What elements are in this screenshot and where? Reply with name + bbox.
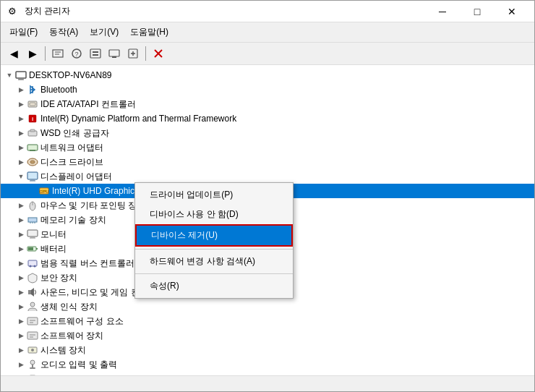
tree-label-bluetooth: Bluetooth [40, 85, 77, 95]
expand-sw-devices[interactable]: ▶ [15, 330, 27, 341]
expand-root[interactable]: ▼ [4, 69, 15, 81]
back-button[interactable]: ◀ [5, 45, 22, 62]
expand-intel[interactable]: ▶ [15, 113, 27, 124]
tree-item-display[interactable]: ▼ 디스플레이 어댑터 [1, 169, 534, 184]
tree-label-mouse: 마우스 및 기타 포인팅 장치 [40, 200, 145, 212]
ctx-driver-update[interactable]: 드라이버 업데이트(P) [135, 185, 293, 205]
expand-audio-io[interactable]: ▶ [15, 359, 27, 370]
ctx-properties[interactable]: 속성(R) [135, 276, 293, 296]
context-menu: 드라이버 업데이트(P) 디바이스 사용 안 함(D) 디바이스 제거(U) 하… [134, 182, 294, 299]
device-tree[interactable]: ▼ DESKTOP-NV6AN89 ▶ Bluetooth ▶ [1, 65, 534, 375]
svg-rect-44 [27, 230, 38, 237]
expand-network[interactable]: ▶ [15, 142, 27, 153]
maximize-button[interactable]: □ [461, 1, 494, 22]
icon-audio-io [27, 359, 38, 370]
expand-disks[interactable]: ▶ [15, 156, 27, 168]
tree-item-network[interactable]: ▶ 네트워크 어댑터 [1, 140, 534, 155]
expand-system[interactable]: ▶ [15, 344, 27, 356]
tree-label-intel-platform: Intel(R) Dynamic Platform and Thermal Fr… [40, 114, 236, 124]
expand-battery[interactable]: ▶ [15, 243, 27, 255]
title-bar-left: ⚙ 장치 관리자 [7, 5, 70, 17]
icon-mouse [27, 200, 38, 211]
icon-battery [27, 243, 38, 255]
menu-view[interactable]: 보기(V) [84, 24, 124, 41]
svg-text:i: i [32, 116, 33, 122]
menu-file[interactable]: 파일(F) [4, 24, 43, 41]
svg-rect-16 [16, 72, 26, 78]
icon-bus [27, 257, 38, 269]
svg-rect-50 [28, 260, 37, 266]
svg-rect-8 [109, 50, 119, 56]
svg-point-62 [31, 349, 34, 351]
ctx-hardware-scan[interactable]: 하드웨어 변경 사항 검색(A) [135, 252, 293, 271]
tree-item-system[interactable]: ▶ 시스템 장치 [1, 343, 534, 357]
tree-item-biometric[interactable]: ▶ 생체 인식 장치 [1, 299, 534, 314]
toolbar-btn3[interactable] [49, 45, 67, 62]
svg-rect-48 [36, 248, 38, 250]
expand-bluetooth[interactable]: ▶ [15, 84, 27, 95]
expand-sw-components[interactable]: ▶ [15, 315, 27, 327]
icon-print [27, 373, 38, 375]
menu-help[interactable]: 도움말(H) [124, 24, 174, 41]
ctx-sep-1 [135, 249, 293, 250]
tree-label-display: 디스플레이 어댑터 [40, 171, 112, 183]
tree-label-network: 네트워크 어댑터 [40, 142, 103, 154]
tree-label-ide: IDE ATA/ATAPI 컨트롤러 [40, 98, 136, 111]
toolbar-btn5[interactable] [87, 45, 104, 62]
expand-ide[interactable]: ▶ [15, 98, 27, 110]
menu-action[interactable]: 동작(A) [43, 24, 84, 41]
ctx-device-remove[interactable]: 디바이스 제거(U) [135, 224, 293, 247]
icon-security [27, 272, 38, 284]
tree-label-battery: 배터리 [40, 243, 67, 255]
tree-item-ide[interactable]: ▶ IDE ATA/ATAPI 컨트롤러 [1, 97, 534, 111]
tree-item-root[interactable]: ▼ DESKTOP-NV6AN89 [1, 68, 534, 82]
svg-point-31 [30, 161, 35, 163]
minimize-button[interactable]: ─ [426, 1, 459, 22]
tree-item-disks[interactable]: ▶ 디스크 드라이브 [1, 155, 534, 169]
svg-rect-49 [28, 247, 33, 250]
tree-item-sw-components[interactable]: ▶ 소프트웨어 구성 요소 [1, 314, 534, 328]
tree-item-wsd[interactable]: ▶ WSD 인쇄 공급자 [1, 126, 534, 140]
icon-intel-uhd: GPU [38, 185, 50, 197]
icon-wsd [27, 127, 38, 139]
toolbar-btn4[interactable]: ? [68, 45, 85, 62]
expand-display[interactable]: ▼ [15, 171, 27, 182]
icon-memory [27, 214, 38, 226]
icon-bluetooth [27, 84, 38, 95]
svg-point-52 [34, 265, 36, 268]
icon-root [15, 69, 27, 81]
toolbar-separator-1 [45, 46, 46, 61]
forward-button[interactable]: ▶ [24, 45, 41, 62]
expand-wsd[interactable]: ▶ [15, 127, 27, 139]
toolbar-btn7[interactable] [124, 45, 142, 62]
tree-label-disks: 디스크 드라이브 [40, 156, 103, 169]
toolbar-btn6[interactable] [106, 45, 123, 62]
tree-label-biometric: 생체 인식 장치 [40, 301, 98, 313]
svg-rect-40 [28, 218, 37, 222]
expand-security[interactable]: ▶ [15, 272, 27, 284]
svg-rect-65 [30, 367, 35, 369]
expand-print[interactable]: ▶ [15, 373, 27, 375]
title-controls: ─ □ ✕ [426, 1, 528, 22]
tree-item-intel-platform[interactable]: ▶ i Intel(R) Dynamic Platform and Therma… [1, 111, 534, 126]
ctx-device-disable[interactable]: 디바이스 사용 안 함(D) [135, 205, 293, 224]
expand-biometric[interactable]: ▶ [15, 301, 27, 312]
tree-item-bluetooth[interactable]: ▶ Bluetooth [1, 82, 534, 97]
close-button[interactable]: ✕ [495, 1, 528, 22]
title-bar: ⚙ 장치 관리자 ─ □ ✕ [1, 1, 534, 22]
svg-rect-0 [53, 50, 63, 57]
tree-item-sw-devices[interactable]: ▶ 소프트웨어 장치 [1, 328, 534, 343]
expand-sound[interactable]: ▶ [15, 286, 27, 298]
svg-point-54 [30, 302, 35, 307]
expand-mouse[interactable]: ▶ [15, 200, 27, 211]
icon-intel: i [27, 113, 38, 124]
delete-button[interactable] [150, 45, 167, 62]
tree-item-print[interactable]: ▶ 인쇄 대기열 [1, 372, 534, 375]
svg-rect-28 [27, 145, 38, 150]
icon-sw-components [27, 315, 38, 327]
icon-sw-devices [27, 330, 38, 341]
expand-monitor[interactable]: ▶ [15, 229, 27, 240]
expand-memory[interactable]: ▶ [15, 214, 27, 226]
tree-item-audio-io[interactable]: ▶ 오디오 입력 및 출력 [1, 357, 534, 372]
expand-bus[interactable]: ▶ [15, 257, 27, 269]
